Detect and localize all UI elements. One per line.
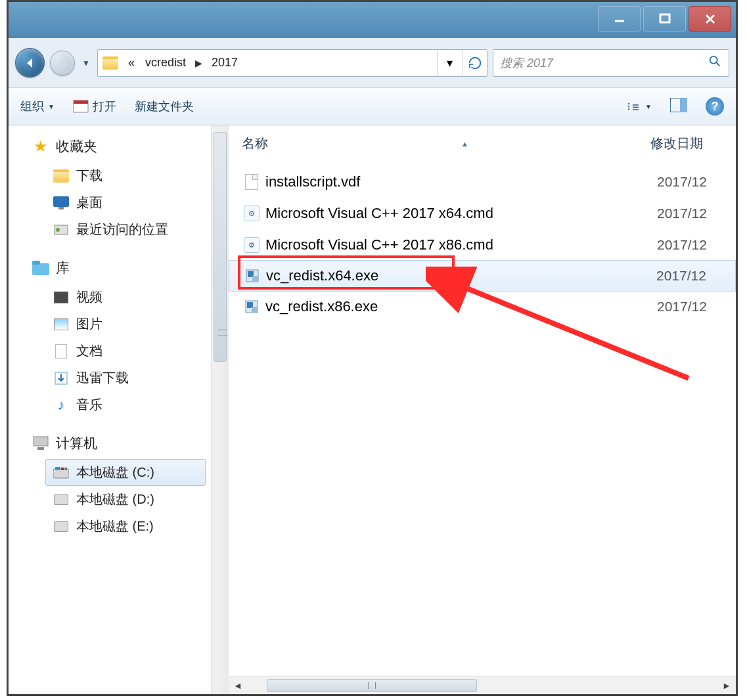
downloads-icon bbox=[53, 167, 70, 185]
scroll-left-button[interactable]: ◄ bbox=[229, 676, 247, 694]
organize-menu[interactable]: 组织▼ bbox=[20, 98, 55, 114]
search-icon bbox=[708, 54, 722, 72]
svg-rect-10 bbox=[53, 196, 69, 207]
sidebar-item-music[interactable]: ♪ 音乐 bbox=[45, 391, 206, 418]
sort-indicator-icon: ▲ bbox=[461, 140, 468, 148]
folder-icon bbox=[98, 50, 123, 76]
new-folder-button[interactable]: 新建文件夹 bbox=[135, 98, 194, 114]
library-group[interactable]: 库 bbox=[32, 259, 206, 277]
svg-rect-7 bbox=[74, 100, 88, 104]
sidebar-item-documents[interactable]: 文档 bbox=[45, 338, 206, 364]
exe-file-icon bbox=[241, 268, 263, 284]
explorer-window: ▼ « vcredist ▶ 2017 ▾ 搜索 2017 组织▼ bbox=[7, 0, 738, 696]
column-date[interactable]: 修改日期 bbox=[650, 135, 729, 152]
computer-group[interactable]: 计算机 bbox=[32, 434, 206, 452]
crumb-vcredist[interactable]: vcredist bbox=[140, 56, 191, 70]
star-icon: ★ bbox=[32, 138, 49, 155]
navigation-bar: ▼ « vcredist ▶ 2017 ▾ 搜索 2017 bbox=[9, 38, 736, 87]
file-row[interactable]: ⚙Microsoft Visual C++ 2017 x86.cmd2017/1… bbox=[229, 229, 736, 261]
file-name: vc_redist.x64.exe bbox=[263, 267, 656, 284]
svg-rect-22 bbox=[65, 468, 67, 470]
address-bar[interactable]: « vcredist ▶ 2017 ▾ bbox=[97, 49, 487, 77]
svg-rect-15 bbox=[32, 261, 40, 265]
disk-icon bbox=[53, 491, 70, 508]
address-dropdown[interactable]: ▾ bbox=[437, 50, 462, 76]
column-name[interactable]: 名称 bbox=[242, 135, 268, 152]
scroll-right-button[interactable]: ► bbox=[717, 676, 736, 694]
crumb-sep-icon: ▶ bbox=[191, 58, 206, 68]
scrollbar-thumb[interactable] bbox=[214, 132, 227, 362]
documents-icon bbox=[53, 343, 70, 360]
crumb-2017[interactable]: 2017 bbox=[206, 56, 243, 70]
preview-pane-button[interactable] bbox=[670, 98, 687, 116]
disk-icon bbox=[53, 518, 70, 535]
music-icon: ♪ bbox=[53, 397, 70, 414]
file-name: vc_redist.x86.exe bbox=[263, 298, 657, 315]
search-placeholder: 搜索 2017 bbox=[500, 55, 553, 71]
minimize-button[interactable] bbox=[598, 6, 641, 32]
generic-file-icon bbox=[240, 174, 263, 190]
sidebar-item-recent[interactable]: 最近访问的位置 bbox=[45, 216, 206, 243]
maximize-button[interactable] bbox=[643, 6, 686, 32]
navigation-pane: ★ 收藏夹 下载 桌面 最近访问的位置 bbox=[9, 125, 229, 694]
sidebar-item-disk-e[interactable]: 本地磁盘 (E:) bbox=[45, 513, 206, 540]
desktop-icon bbox=[53, 194, 70, 211]
svg-point-4 bbox=[710, 56, 717, 64]
svg-rect-11 bbox=[58, 207, 64, 209]
open-icon bbox=[73, 100, 89, 113]
file-row[interactable]: vc_redist.x86.exe2017/12 bbox=[229, 291, 736, 322]
file-date: 2017/12 bbox=[657, 206, 736, 221]
file-row[interactable]: installscript.vdf2017/12 bbox=[229, 166, 736, 198]
cmd-file-icon: ⚙ bbox=[240, 237, 263, 253]
history-dropdown[interactable]: ▼ bbox=[80, 58, 92, 68]
sidebar-item-xunlei[interactable]: 迅雷下载 bbox=[45, 364, 206, 391]
help-button[interactable]: ? bbox=[706, 97, 724, 116]
svg-rect-14 bbox=[32, 263, 49, 275]
svg-rect-19 bbox=[53, 469, 69, 478]
pictures-icon bbox=[53, 316, 70, 333]
toolbar: 组织▼ 打开 新建文件夹 ፧☰ ▼ ? bbox=[9, 87, 736, 125]
svg-point-13 bbox=[56, 228, 60, 232]
cmd-file-icon: ⚙ bbox=[240, 206, 263, 221]
svg-rect-1 bbox=[660, 14, 669, 22]
view-icon: ፧☰ bbox=[627, 100, 641, 114]
svg-rect-9 bbox=[680, 98, 687, 112]
columns-header[interactable]: 名称 ▲ 修改日期 bbox=[229, 125, 736, 160]
svg-rect-28 bbox=[252, 307, 257, 312]
svg-rect-25 bbox=[252, 276, 258, 281]
file-date: 2017/12 bbox=[656, 268, 735, 284]
help-icon: ? bbox=[706, 97, 724, 116]
sidebar-item-videos[interactable]: 视频 bbox=[45, 284, 206, 311]
sidebar-item-downloads[interactable]: 下载 bbox=[45, 162, 206, 189]
search-input[interactable]: 搜索 2017 bbox=[493, 49, 729, 77]
disk-icon bbox=[53, 464, 70, 481]
file-name: Microsoft Visual C++ 2017 x86.cmd bbox=[263, 236, 657, 253]
open-button[interactable]: 打开 bbox=[73, 98, 116, 114]
scrollbar-thumb[interactable] bbox=[267, 679, 477, 692]
back-button[interactable] bbox=[15, 48, 45, 77]
sidebar-item-disk-d[interactable]: 本地磁盘 (D:) bbox=[45, 486, 206, 513]
view-menu[interactable]: ፧☰ ▼ bbox=[627, 100, 652, 114]
file-date: 2017/12 bbox=[657, 299, 736, 315]
exe-file-icon bbox=[240, 299, 263, 315]
file-row[interactable]: vc_redist.x64.exe2017/12 bbox=[229, 260, 736, 292]
svg-rect-18 bbox=[37, 447, 44, 450]
xunlei-icon bbox=[53, 370, 70, 387]
sidebar-scrollbar[interactable] bbox=[211, 125, 228, 694]
video-icon bbox=[53, 289, 70, 306]
refresh-button[interactable] bbox=[462, 50, 487, 76]
forward-button[interactable] bbox=[50, 51, 75, 76]
sidebar-item-desktop[interactable]: 桌面 bbox=[45, 189, 206, 216]
horizontal-scrollbar[interactable]: ◄ ► bbox=[229, 676, 736, 694]
file-row[interactable]: ⚙Microsoft Visual C++ 2017 x64.cmd2017/1… bbox=[229, 198, 736, 229]
sidebar-item-disk-c[interactable]: 本地磁盘 (C:) bbox=[45, 459, 206, 486]
recent-icon bbox=[53, 221, 70, 238]
close-button[interactable] bbox=[689, 6, 731, 32]
file-date: 2017/12 bbox=[657, 237, 736, 253]
file-name: Microsoft Visual C++ 2017 x64.cmd bbox=[263, 205, 657, 222]
sidebar-item-pictures[interactable]: 图片 bbox=[45, 311, 206, 338]
library-icon bbox=[32, 259, 49, 276]
computer-icon bbox=[32, 435, 49, 452]
file-name: installscript.vdf bbox=[263, 173, 657, 190]
favorites-group[interactable]: ★ 收藏夹 bbox=[32, 137, 206, 156]
